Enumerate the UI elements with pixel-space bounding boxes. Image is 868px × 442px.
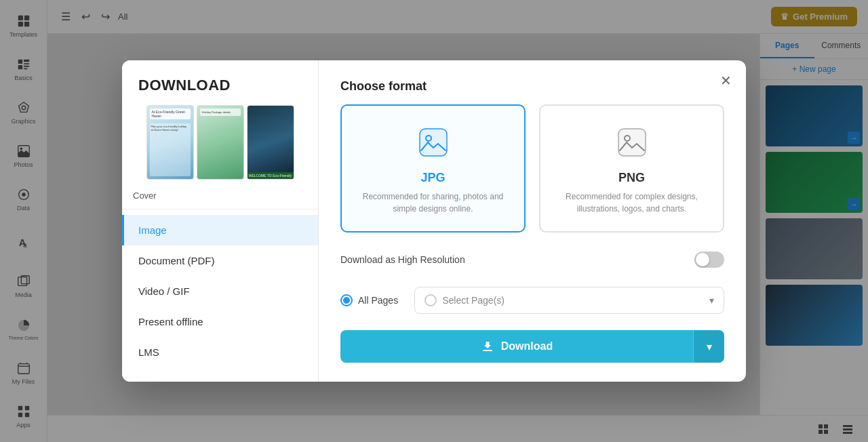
modal-nav-image[interactable]: Image [122,215,318,245]
preview-body-1: Plan your eco-friendly holiday at Green … [150,123,191,176]
download-row: Download ▾ [340,330,724,363]
download-modal: DOWNLOAD At Eco-Friendly Green Haven Pla… [122,60,746,382]
select-pages-radio[interactable] [425,294,437,306]
preview-image-1: At Eco-Friendly Green Haven Plan your ec… [146,105,194,180]
svg-rect-32 [420,129,447,156]
toggle-knob [696,253,709,266]
preview-bottom-text: WELCOME TO Eco-Friendly [248,172,294,179]
png-description: Recommended for complex designs, illustr… [551,190,712,215]
modal-nav-items: Image Document (PDF) Video / GIF Present… [122,209,318,382]
modal-nav-present[interactable]: Present offline [122,306,318,337]
choose-format-title: Choose format [340,79,724,94]
jpg-icon [413,122,454,163]
format-cards: JPG Recommended for sharing, photos and … [340,104,724,233]
png-icon [612,122,652,163]
all-pages-radio[interactable] [340,294,353,306]
modal-nav-document[interactable]: Document (PDF) [122,245,318,276]
modal-preview: At Eco-Friendly Green Haven Plan your ec… [122,105,318,190]
svg-rect-36 [483,350,492,351]
modal-title: DOWNLOAD [138,77,302,94]
all-pages-option[interactable]: All Pages [340,294,398,306]
modal-left-panel: DOWNLOAD At Eco-Friendly Green Haven Pla… [122,60,319,382]
download-chevron-icon: ▾ [707,340,712,353]
format-card-jpg[interactable]: JPG Recommended for sharing, photos and … [340,104,526,233]
select-pages-left: Select Page(s) [425,294,505,306]
all-pages-label: All Pages [358,295,398,306]
modal-close-button[interactable]: ✕ [715,70,736,92]
preview-text-1: At Eco-Friendly Green Haven [150,108,191,119]
download-icon [481,340,494,353]
choose-format-section: Choose format JPG Recommended for sha [340,79,724,233]
download-button[interactable]: Download [340,330,693,363]
pages-row: All Pages Select Page(s) ▾ [340,287,724,314]
modal-nav-lms[interactable]: LMS [122,337,318,367]
high-res-toggle[interactable] [694,252,724,268]
preview-image-2: Holiday Package details [197,105,244,180]
modal-nav-video[interactable]: Video / GIF [122,276,318,306]
modal-cover-label: Cover [122,190,318,209]
preview-body-2: Holiday Package details [200,108,241,116]
format-card-png[interactable]: PNG Recommended for complex designs, ill… [539,104,724,233]
preview-image-3: WELCOME TO Eco-Friendly [247,105,294,180]
svg-rect-34 [618,129,646,156]
select-pages-label: Select Page(s) [442,295,505,306]
jpg-description: Recommended for sharing, photos and simp… [353,190,513,215]
jpg-name: JPG [420,171,445,185]
high-res-label: Download as High Resolution [340,254,465,265]
select-pages-dropdown[interactable]: Select Page(s) ▾ [414,287,724,314]
download-arrow-button[interactable]: ▾ [693,330,724,363]
png-name: PNG [618,171,645,185]
modal-overlay[interactable]: DOWNLOAD At Eco-Friendly Green Haven Pla… [0,0,868,442]
close-icon: ✕ [720,73,732,89]
high-res-row: Download as High Resolution [340,249,724,270]
chevron-down-icon: ▾ [709,295,714,306]
modal-header: DOWNLOAD [122,60,318,105]
modal-right-panel: Choose format JPG Recommended for sha [319,60,746,382]
download-label: Download [501,340,553,353]
